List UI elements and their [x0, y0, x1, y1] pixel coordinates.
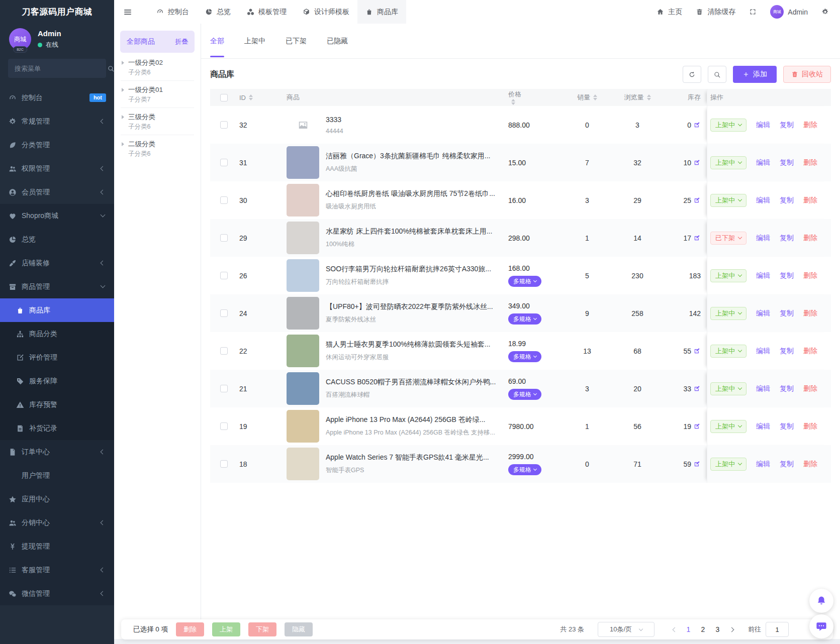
- row-checkbox[interactable]: [220, 460, 228, 468]
- prev-page-button[interactable]: [668, 628, 681, 631]
- fullscreen-button[interactable]: [749, 8, 757, 16]
- batch-delete-button[interactable]: 删除: [176, 622, 204, 636]
- multi-spec-badge[interactable]: 多规格: [508, 389, 541, 400]
- category-subitem[interactable]: 子分类6: [128, 69, 193, 76]
- delete-link[interactable]: 删除: [803, 384, 817, 393]
- stock-edit-button[interactable]: [693, 234, 701, 242]
- page-size-select[interactable]: 10条/页: [598, 622, 655, 637]
- page-number-1[interactable]: 1: [681, 625, 696, 633]
- avatar[interactable]: 商城 B2C: [9, 28, 31, 50]
- stock-edit-button[interactable]: [693, 347, 701, 355]
- category-header[interactable]: 全部商品 折叠: [120, 31, 195, 53]
- search-input[interactable]: [15, 65, 103, 72]
- copy-link[interactable]: 复制: [780, 460, 794, 469]
- delete-link[interactable]: 删除: [803, 309, 817, 318]
- category-subitem[interactable]: 子分类6: [128, 150, 193, 158]
- product-image[interactable]: [287, 222, 319, 254]
- status-select[interactable]: 上架中: [710, 458, 746, 471]
- row-checkbox[interactable]: [220, 309, 228, 317]
- search-button[interactable]: [708, 66, 726, 83]
- sidebar-item-21[interactable]: 微信管理: [0, 582, 114, 605]
- column-header-2[interactable]: 价格: [508, 90, 565, 105]
- sidebar-item-7[interactable]: 店铺装修: [0, 251, 114, 275]
- sidebar-item-0[interactable]: 控制台hot: [0, 86, 114, 110]
- edit-link[interactable]: 编辑: [756, 460, 770, 469]
- sidebar-item-12[interactable]: 服务保障: [0, 369, 114, 393]
- delete-link[interactable]: 删除: [803, 347, 817, 356]
- category-subitem[interactable]: 子分类7: [128, 96, 193, 103]
- tab-0[interactable]: 全部: [210, 24, 224, 58]
- sidebar-item-20[interactable]: 客服管理: [0, 558, 114, 582]
- edit-link[interactable]: 编辑: [756, 309, 770, 318]
- sidebar-item-8[interactable]: 商品管理: [0, 275, 114, 298]
- page-number-2[interactable]: 2: [696, 625, 710, 633]
- edit-link[interactable]: 编辑: [756, 234, 770, 243]
- sidebar-item-2[interactable]: 分类管理: [0, 133, 114, 157]
- topbar-tab-1[interactable]: 总览: [197, 0, 239, 24]
- stock-edit-button[interactable]: [693, 385, 701, 392]
- column-header-4[interactable]: 浏览量: [610, 93, 665, 102]
- product-image[interactable]: [287, 297, 319, 330]
- batch-on-shelf-button[interactable]: 上架: [212, 622, 240, 636]
- edit-link[interactable]: 编辑: [756, 121, 770, 130]
- product-image[interactable]: [287, 448, 319, 480]
- add-button[interactable]: 添加: [733, 66, 777, 83]
- delete-link[interactable]: 删除: [803, 422, 817, 431]
- tab-2[interactable]: 已下架: [286, 24, 307, 58]
- status-select[interactable]: 上架中: [710, 156, 746, 169]
- sidebar-item-3[interactable]: 权限管理: [0, 157, 114, 180]
- category-subitem[interactable]: 子分类6: [128, 123, 193, 131]
- copy-link[interactable]: 复制: [780, 121, 794, 130]
- row-checkbox[interactable]: [220, 159, 228, 166]
- category-collapse-button[interactable]: 折叠: [175, 37, 188, 46]
- edit-link[interactable]: 编辑: [756, 196, 770, 205]
- status-select[interactable]: 上架中: [710, 382, 746, 395]
- page-number-3[interactable]: 3: [710, 625, 725, 633]
- notifications-button[interactable]: [809, 589, 833, 613]
- tab-3[interactable]: 已隐藏: [327, 24, 348, 58]
- sidebar-item-1[interactable]: 常规管理: [0, 110, 114, 133]
- stock-edit-button[interactable]: [693, 422, 701, 430]
- stock-edit-button[interactable]: [693, 121, 701, 129]
- copy-link[interactable]: 复制: [780, 271, 794, 280]
- next-page-button[interactable]: [725, 628, 738, 631]
- admin-menu[interactable]: 商城 Admin: [770, 5, 808, 19]
- sidebar-item-4[interactable]: 会员管理: [0, 180, 114, 204]
- chat-button[interactable]: [809, 614, 833, 638]
- product-image[interactable]: [287, 335, 319, 367]
- edit-link[interactable]: 编辑: [756, 347, 770, 356]
- sidebar-item-18[interactable]: 分销中心: [0, 511, 114, 534]
- topbar-tab-2[interactable]: 模板管理: [239, 0, 295, 24]
- topbar-tab-0[interactable]: 控制台: [148, 0, 197, 24]
- row-checkbox[interactable]: [220, 272, 228, 279]
- sidebar-item-19[interactable]: 提现管理: [0, 534, 114, 558]
- status-select[interactable]: 上架中: [710, 269, 746, 282]
- settings-button[interactable]: [821, 8, 829, 16]
- multi-spec-badge[interactable]: 多规格: [508, 313, 541, 325]
- batch-off-shelf-button[interactable]: 下架: [248, 622, 276, 636]
- row-checkbox[interactable]: [220, 422, 228, 430]
- row-checkbox[interactable]: [220, 196, 228, 204]
- delete-link[interactable]: 删除: [803, 234, 817, 243]
- column-header-3[interactable]: 销量: [565, 93, 610, 102]
- column-header-0[interactable]: ID: [239, 94, 287, 101]
- row-checkbox[interactable]: [220, 121, 228, 129]
- edit-link[interactable]: 编辑: [756, 158, 770, 167]
- category-item-0[interactable]: 一级分类02子分类6: [121, 54, 194, 81]
- row-checkbox[interactable]: [220, 385, 228, 392]
- goto-page-input[interactable]: [766, 622, 789, 637]
- category-item-3[interactable]: 二级分类子分类6: [121, 135, 194, 162]
- sidebar-item-14[interactable]: 补货记录: [0, 416, 114, 440]
- copy-link[interactable]: 复制: [780, 309, 794, 318]
- product-image[interactable]: [287, 372, 319, 405]
- edit-link[interactable]: 编辑: [756, 384, 770, 393]
- sidebar-item-9[interactable]: 商品库: [0, 298, 114, 322]
- delete-link[interactable]: 删除: [803, 271, 817, 280]
- delete-link[interactable]: 删除: [803, 158, 817, 167]
- copy-link[interactable]: 复制: [780, 158, 794, 167]
- refresh-button[interactable]: [683, 66, 701, 83]
- status-select[interactable]: 上架中: [710, 345, 746, 358]
- copy-link[interactable]: 复制: [780, 422, 794, 431]
- sidebar-item-16[interactable]: 用户管理: [0, 464, 114, 487]
- copy-link[interactable]: 复制: [780, 234, 794, 243]
